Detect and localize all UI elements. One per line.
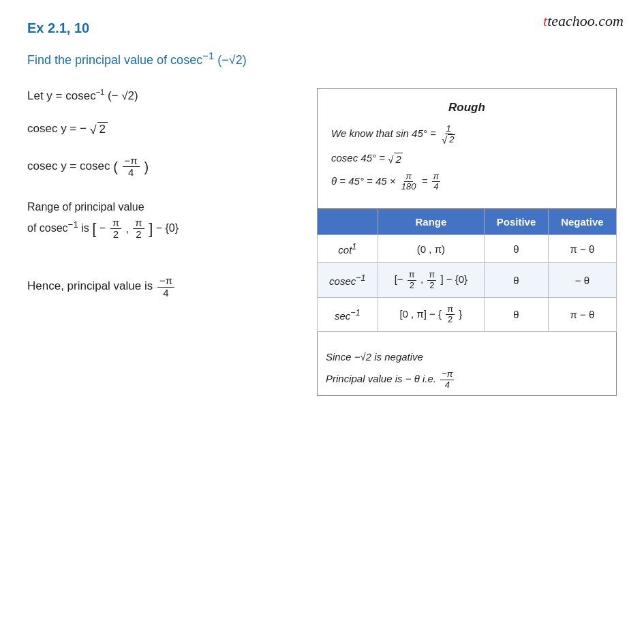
table-row-sec: sec−1 [0 , π] − { π2 } θ π − θ: [318, 297, 617, 332]
rough-line1: We know that sin 45° = 1 √2: [331, 124, 602, 145]
range-note: Range of principal value of cosec−1 is […: [27, 198, 303, 242]
table-cell-cot-neg: π − θ: [548, 235, 616, 263]
table-row-cot: cot1 (0 , π) θ π − θ: [318, 235, 617, 263]
rough-frac3: π 4: [432, 172, 441, 192]
frac-pi-2-left: π 2: [110, 217, 121, 241]
rough-line3: θ = 45° = 45 × π 180 = π 4: [331, 172, 602, 192]
frac-principal: −π 4: [440, 369, 454, 390]
step-cosec-y2: cosec y = cosec ( −π 4 ): [27, 155, 303, 179]
since-note: Since −√2 is negative: [323, 351, 611, 363]
sqrt-2-rough: √2: [442, 134, 455, 144]
step-cosec-y: cosec y = − √2: [27, 122, 303, 136]
rough-box: Rough We know that sin 45° = 1 √2 cosec …: [317, 88, 617, 209]
step-let-y: Let y = cosec−1 (− √2): [27, 88, 303, 103]
principal-value-note: Principal value is − θ i.e. −π 4: [323, 369, 611, 390]
table-cell-sec-range: [0 , π] − { π2 }: [378, 297, 485, 332]
rough-frac1: 1 √2: [440, 124, 457, 145]
frac-neg-pi-4: −π 4: [123, 155, 140, 179]
table-cell-cosec-neg: − θ: [548, 263, 616, 298]
hence-line: Hence, principal value is −π 4: [27, 275, 303, 298]
table-cell-sec-pos: θ: [485, 297, 549, 332]
table-cell-cot-fn: cot1: [318, 235, 378, 263]
main-content: Let y = cosec−1 (− √2) cosec y = − √2 co…: [27, 88, 617, 396]
left-column: Let y = cosec−1 (− √2) cosec y = − √2 co…: [27, 88, 303, 298]
rough-line2: cosec 45° = √2: [331, 152, 602, 165]
table-header-range: Range: [378, 209, 485, 235]
frac-pi-2-right: π 2: [133, 217, 144, 241]
rough-title: Rough: [331, 101, 602, 114]
reference-table: Range Positive Negative cot1 (0 , π) θ π…: [317, 209, 617, 332]
sqrt-2-main: √2: [90, 122, 108, 136]
table-header-fn: [318, 209, 378, 235]
page: tteachoo.com Ex 2.1, 10 Find the princip…: [0, 0, 644, 644]
ex-title: Ex 2.1, 10: [27, 20, 617, 36]
sqrt-2-rough2: √2: [388, 153, 403, 165]
frac-neg-pi-4-hence: −π 4: [157, 275, 174, 298]
table-cell-sec-fn: sec−1: [318, 297, 378, 332]
table-cell-cosec-fn: cosec−1: [318, 263, 378, 298]
rough-frac2: π 180: [400, 172, 418, 192]
table-row-cosec: cosec−1 [− π2 , π2 ] − {0} θ − θ: [318, 263, 617, 298]
table-cell-cosec-pos: θ: [485, 263, 549, 298]
right-column: Rough We know that sin 45° = 1 √2 cosec …: [317, 88, 617, 396]
table-header-negative: Negative: [548, 209, 616, 235]
logo: tteachoo.com: [543, 12, 624, 30]
table-cell-sec-neg: π − θ: [548, 297, 616, 332]
since-section: Since −√2 is negative Principal value is…: [317, 332, 617, 396]
table-cell-cot-range: (0 , π): [378, 235, 485, 263]
table-cell-cot-pos: θ: [485, 235, 549, 263]
table-header-positive: Positive: [485, 209, 549, 235]
table-cell-cosec-range: [− π2 , π2 ] − {0}: [378, 263, 485, 298]
question-text: Find the principal value of cosec−1 (−√2…: [27, 50, 617, 67]
